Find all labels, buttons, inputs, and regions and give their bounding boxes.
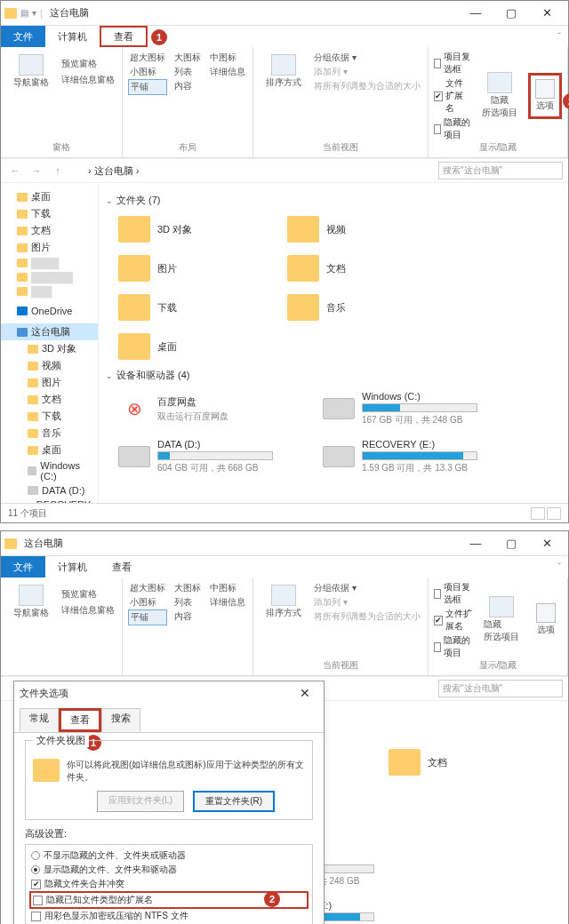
tree-music[interactable]: 音乐 [1, 425, 98, 442]
hide-selected-button[interactable]: 隐藏 所选项目 [477, 593, 526, 648]
folder-docs[interactable]: 文档 [287, 255, 429, 282]
adv-item[interactable]: 用彩色显示加密或压缩的 NTFS 文件 [29, 909, 309, 923]
preview-pane-button[interactable]: 预览窗格 [60, 57, 116, 71]
search-input[interactable]: 搜索"这台电脑" [438, 162, 563, 179]
preview-pane-button[interactable]: 预览窗格 [60, 587, 116, 601]
folder-videos[interactable]: 视频 [287, 216, 429, 243]
tree-blur2[interactable]: ██████ [1, 270, 98, 284]
tab-view[interactable]: 查看 [100, 556, 144, 578]
adv-item[interactable]: 不显示隐藏的文件、文件夹或驱动器 [29, 848, 309, 863]
layout-sm[interactable]: 小图标 [128, 65, 167, 79]
collapse-ribbon-button[interactable]: ˇ [550, 26, 568, 47]
folder-music[interactable]: 音乐 [287, 294, 429, 321]
layout-tiles[interactable]: 平铺 [128, 79, 167, 95]
dlg-tab-view[interactable]: 查看 1 [59, 708, 101, 732]
layout-xl[interactable]: 超大图标 [128, 51, 167, 65]
tree-downloads[interactable]: 下载 [1, 205, 98, 222]
options-button[interactable]: 选项 [530, 600, 562, 641]
advanced-settings-tree[interactable]: 不显示隐藏的文件、文件夹或驱动器 显示隐藏的文件、文件夹和驱动器 ✔隐藏文件夹合… [25, 844, 313, 924]
close-button[interactable]: ✕ [529, 533, 565, 554]
nav-pane-button[interactable]: 导航窗格 [6, 581, 56, 624]
section-folders-header[interactable]: ⌄文件夹 (7) [106, 190, 561, 211]
tree-blur3[interactable]: ███ [1, 284, 98, 299]
dlg-tab-search[interactable]: 搜索 [101, 708, 140, 732]
layout-md[interactable]: 中图标 [208, 51, 247, 65]
layout-list[interactable]: 列表 [172, 65, 203, 79]
layout-lg[interactable]: 大图标 [172, 51, 203, 65]
checkbox-hidden-items[interactable]: 隐藏的项目 [434, 116, 471, 141]
folder-docs[interactable]: 文档 [389, 749, 531, 776]
tree-3d[interactable]: 3D 对象 [1, 340, 98, 357]
window-title: 这台电脑 [50, 6, 89, 20]
layout-content[interactable]: 内容 [172, 79, 203, 95]
nav-up-button[interactable]: ↑ [49, 162, 67, 179]
ribbon-group-showhide: 项目复选框 ✔文件扩展名 隐藏的项目 隐藏 所选项目 选项 显示/隐藏 [429, 578, 568, 675]
dlg-tab-general[interactable]: 常规 [20, 708, 59, 732]
groupby-button[interactable]: 分组依据 ▾ [312, 51, 422, 65]
drive-e[interactable]: RECOVERY (E:)1.59 GB 可用，共 13.3 GB [323, 439, 501, 474]
tab-file[interactable]: 文件 [1, 556, 45, 578]
tree-blur1[interactable]: ████ [1, 256, 98, 270]
folder-desktop[interactable]: 桌面 [118, 333, 260, 360]
adv-item-hide-extensions[interactable]: 隐藏已知文件类型的扩展名 2 [29, 891, 309, 909]
nav-fwd-button[interactable]: → [28, 162, 45, 179]
tab-view[interactable]: 查看 1 [100, 26, 148, 47]
drive-baidu[interactable]: ⊗ 百度网盘双击运行百度网盘 [118, 391, 296, 426]
section-drives-header[interactable]: ⌄设备和驱动器 (4) [106, 365, 561, 386]
addcol-button[interactable]: 添加列 ▾ [312, 65, 422, 79]
tree-rece[interactable]: RECOVERY (E:) [1, 498, 98, 503]
qat-dropdown[interactable]: ▾ [28, 8, 40, 18]
sort-button[interactable]: 排序方式 [259, 581, 309, 624]
options-button[interactable]: 选项 2 [528, 73, 562, 119]
fitcols-button[interactable]: 将所有列调整为合适的大小 [312, 79, 422, 93]
details-pane-button[interactable]: 详细信息窗格 [60, 603, 116, 617]
tree-pics2[interactable]: 图片 [1, 374, 98, 391]
folder-pics[interactable]: 图片 [118, 255, 260, 282]
folder-3d[interactable]: 3D 对象 [118, 216, 260, 243]
close-button[interactable]: ✕ [529, 3, 565, 24]
search-input[interactable]: 搜索"这台电脑" [438, 680, 563, 697]
tree-docs[interactable]: 文档 [1, 222, 98, 239]
tab-file[interactable]: 文件 [1, 26, 45, 47]
maximize-button[interactable]: ▢ [493, 3, 529, 24]
minimize-button[interactable]: — [458, 3, 493, 24]
folder-view-desc: 你可以将此视图(如详细信息或图标)应用于这种类型的所有文件夹。 [67, 759, 305, 784]
tree-desktop2[interactable]: 桌面 [1, 442, 98, 458]
maximize-button[interactable]: ▢ [493, 533, 529, 554]
details-pane-button[interactable]: 详细信息窗格 [60, 73, 116, 87]
nav-pane-button[interactable]: 导航窗格 [6, 51, 56, 93]
apply-to-folders-button[interactable]: 应用到文件夹(L) [97, 791, 184, 812]
tree-docs2[interactable]: 文档 [1, 391, 98, 408]
sort-button[interactable]: 排序方式 [259, 51, 309, 93]
nav-back-button[interactable]: ← [6, 162, 24, 179]
tree-winc[interactable]: Windows (C:) [1, 458, 98, 483]
tab-computer[interactable]: 计算机 [45, 26, 100, 47]
tree-pics[interactable]: 图片 [1, 239, 98, 256]
nav-pane-icon [19, 54, 44, 76]
drive-d[interactable]: DATA (D:)604 GB 可用，共 668 GB [118, 439, 296, 474]
checkbox-file-extensions[interactable]: ✔文件扩展名 [434, 77, 471, 115]
view-tiles-icon[interactable] [547, 507, 561, 520]
tree-thispc[interactable]: 这台电脑 [1, 323, 98, 340]
folder-downloads[interactable]: 下载 [118, 294, 260, 321]
adv-item[interactable]: ✔隐藏文件夹合并冲突 [29, 877, 309, 891]
tab-computer[interactable]: 计算机 [45, 556, 100, 578]
tree-desktop[interactable]: 桌面 [1, 188, 98, 205]
tree-datad[interactable]: DATA (D:) [1, 483, 98, 498]
tree-videos[interactable]: 视频 [1, 357, 98, 374]
layout-details[interactable]: 详细信息 [208, 65, 247, 79]
checkbox-item-checkboxes[interactable]: 项目复选框 [434, 51, 471, 76]
drive-c[interactable]: Windows (C:)167 GB 可用，共 248 GB [323, 391, 501, 426]
dialog-close-button[interactable]: ✕ [292, 686, 318, 700]
qat-save-icon[interactable]: ▤ [20, 8, 28, 18]
collapse-ribbon-button[interactable]: ˇ [550, 556, 568, 578]
adv-item[interactable]: 显示隐藏的文件、文件夹和驱动器 [29, 863, 309, 877]
view-details-icon[interactable] [531, 507, 545, 520]
tree-onedrive[interactable]: OneDrive [1, 304, 98, 318]
minimize-button[interactable]: — [458, 533, 493, 554]
reset-folders-button[interactable]: 重置文件夹(R) [193, 791, 275, 812]
tree-downloads2[interactable]: 下载 [1, 408, 98, 425]
callout-marker-1: 1 [151, 29, 167, 45]
hide-selected-button[interactable]: 隐藏 所选项目 [475, 68, 525, 123]
path-segment[interactable]: › 这台电脑 › [84, 163, 142, 179]
